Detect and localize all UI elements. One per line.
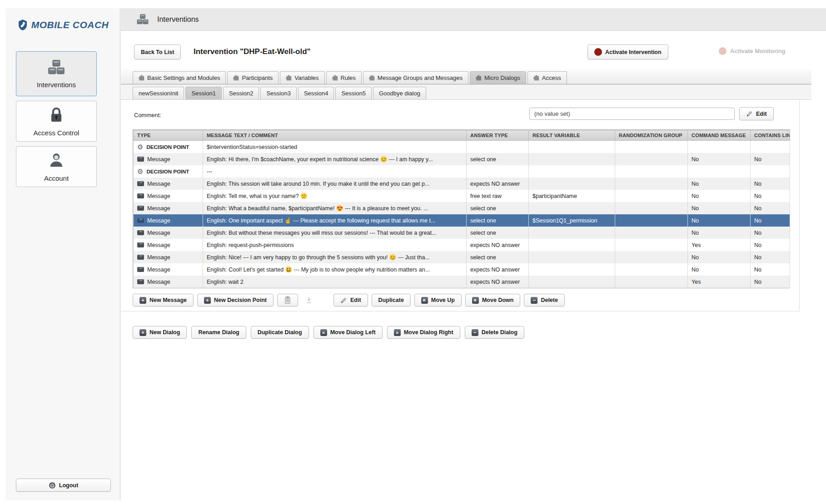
envelope-icon	[137, 181, 144, 186]
main-area: Interventions Back To List Intervention …	[121, 8, 826, 500]
table-row[interactable]: Message English: request-push-permission…	[134, 239, 790, 251]
table-row[interactable]: ⚙DECISION POINT ---	[134, 165, 790, 178]
page-title: Interventions	[157, 15, 199, 24]
message-toolbar: + New Message + New Decision Point	[133, 294, 565, 306]
session-tab-bar: newSessionInit Session1 Session2 Session…	[121, 84, 811, 100]
table-row[interactable]: Message English: Tell me, what is your n…	[134, 190, 790, 202]
envelope-icon	[137, 218, 144, 223]
person-icon	[48, 152, 65, 169]
session-tab-session1[interactable]: Session1	[185, 87, 221, 99]
comment-edit-button[interactable]: Edit	[739, 107, 774, 120]
table-row[interactable]: Message English: What a beautiful name, …	[134, 202, 790, 214]
tab-rules[interactable]: Rules	[326, 71, 362, 84]
rename-dialog-button[interactable]: Rename Dialog	[191, 326, 246, 339]
puzzle-icon	[332, 75, 338, 81]
col-contains: CONTAINS LINK	[751, 130, 790, 141]
delete-button[interactable]: − Delete	[524, 294, 565, 306]
move-dialog-right-button[interactable]: » Move Dialog Right	[387, 326, 460, 339]
puzzle-icon	[533, 75, 539, 81]
envelope-icon	[137, 242, 144, 247]
plus-icon: +	[139, 329, 146, 336]
col-answer-type: ANSWER TYPE	[467, 130, 529, 141]
session-tab-session4[interactable]: Session4	[298, 87, 334, 99]
app-logo: MOBILE COACH	[5, 19, 120, 31]
table-row[interactable]: Message English: This session will take …	[134, 178, 790, 190]
intervention-title: Intervention "DHP-Eat-Well-old"	[194, 47, 311, 56]
comment-label: Comment:	[134, 112, 161, 119]
col-result-variable: RESULT VARIABLE	[529, 130, 615, 141]
plus-icon: +	[204, 297, 211, 304]
lock-icon	[49, 106, 64, 124]
tab-access[interactable]: Access	[527, 71, 567, 84]
sidebar-item-account[interactable]: Account	[16, 146, 97, 187]
activate-intervention-button[interactable]: Activate Intervention	[587, 44, 668, 59]
gear-icon: ⚙	[137, 143, 143, 150]
chevron-down-icon: »	[472, 297, 479, 304]
session-tab-goodbye-dialog[interactable]: Goodbye dialog	[373, 87, 426, 99]
download-arrow-icon	[305, 296, 313, 304]
new-dialog-button[interactable]: + New Dialog	[133, 326, 187, 339]
puzzle-icon	[286, 75, 292, 81]
table-row[interactable]: Message English: wait 2 expects NO answe…	[134, 276, 790, 288]
status-dot-icon	[719, 47, 726, 55]
dialog-toolbar: + New Dialog Rename Dialog Duplicate Dia…	[133, 326, 524, 339]
chevron-up-icon: «	[421, 297, 428, 304]
move-up-button[interactable]: « Move Up	[414, 294, 462, 306]
sidebar: MOBILE COACH Interventions Access Contro…	[5, 8, 120, 500]
duplicate-button[interactable]: Duplicate	[372, 294, 411, 306]
back-to-list-button[interactable]: Back To List	[134, 44, 181, 59]
tab-variables[interactable]: Variables	[280, 71, 324, 84]
table-row[interactable]: Message English: Nice! --- I am very hap…	[134, 251, 790, 263]
tab-participants[interactable]: Participants	[227, 71, 279, 84]
main-tab-bar: Basic Settings and Modules Participants …	[121, 69, 811, 84]
chevrons-left-icon: «	[320, 329, 327, 336]
col-message-text: MESSAGE TEXT / COMMENT	[203, 130, 467, 141]
blocks-icon	[136, 14, 149, 25]
puzzle-icon	[369, 75, 375, 81]
envelope-icon	[137, 279, 144, 284]
sidebar-item-access-control[interactable]: Access Control	[16, 101, 97, 142]
table-header-row: TYPE MESSAGE TEXT / COMMENT ANSWER TYPE …	[134, 130, 790, 141]
session-tab-newsessioninit[interactable]: newSessionInit	[133, 87, 184, 99]
app-logo-text: MOBILE COACH	[31, 20, 109, 30]
delete-dialog-button[interactable]: − Delete Dialog	[465, 326, 524, 339]
envelope-icon	[137, 267, 144, 272]
puzzle-icon	[139, 75, 144, 81]
session-tab-session3[interactable]: Session3	[260, 87, 296, 99]
minus-icon: −	[472, 329, 478, 336]
envelope-icon	[137, 157, 144, 162]
sidebar-item-label: Account	[44, 174, 69, 182]
col-randomization-group: RANDOMIZATION GROUP	[615, 130, 688, 141]
puzzle-icon	[233, 75, 239, 81]
move-down-button[interactable]: » Move Down	[465, 294, 520, 306]
copy-button[interactable]	[277, 294, 298, 306]
new-message-button[interactable]: + New Message	[133, 294, 194, 306]
tab-message-groups-and-messages[interactable]: Message Groups and Messages	[363, 71, 468, 84]
gear-icon: ⚙	[137, 168, 143, 175]
sidebar-item-interventions[interactable]: Interventions	[16, 51, 97, 96]
new-decision-point-button[interactable]: + New Decision Point	[197, 294, 274, 306]
paste-button-disabled	[302, 294, 316, 306]
table-row[interactable]: Message English: But without these messa…	[134, 227, 790, 239]
blocks-icon	[47, 59, 65, 75]
tab-micro-dialogs[interactable]: Micro Dialogs	[470, 71, 526, 84]
table-row[interactable]: ⚙DECISION POINT $interventionStatus=sess…	[134, 141, 790, 153]
session-tab-session5[interactable]: Session5	[335, 87, 371, 99]
top-bar: Interventions	[121, 8, 826, 31]
clipboard-icon	[284, 296, 291, 304]
duplicate-dialog-button[interactable]: Duplicate Dialog	[251, 326, 309, 339]
session-tab-session2[interactable]: Session2	[223, 87, 259, 99]
edit-message-button[interactable]: Edit	[333, 294, 368, 306]
minus-icon: −	[531, 297, 537, 304]
pencil-icon	[340, 297, 347, 304]
power-icon	[49, 482, 56, 489]
move-dialog-left-button[interactable]: « Move Dialog Left	[313, 326, 383, 339]
envelope-icon	[137, 255, 144, 260]
envelope-icon	[137, 230, 144, 235]
table-row[interactable]: Message English: Cool! Let's get started…	[134, 263, 790, 276]
envelope-icon	[137, 206, 144, 211]
logout-button[interactable]: Logout	[16, 479, 111, 492]
tab-basic-settings-and-modules[interactable]: Basic Settings and Modules	[133, 71, 226, 84]
table-row[interactable]: Message English: Hi there, I'm $coachNam…	[134, 153, 790, 165]
table-row-selected[interactable]: Message English: One important aspect ☝ …	[134, 214, 790, 227]
